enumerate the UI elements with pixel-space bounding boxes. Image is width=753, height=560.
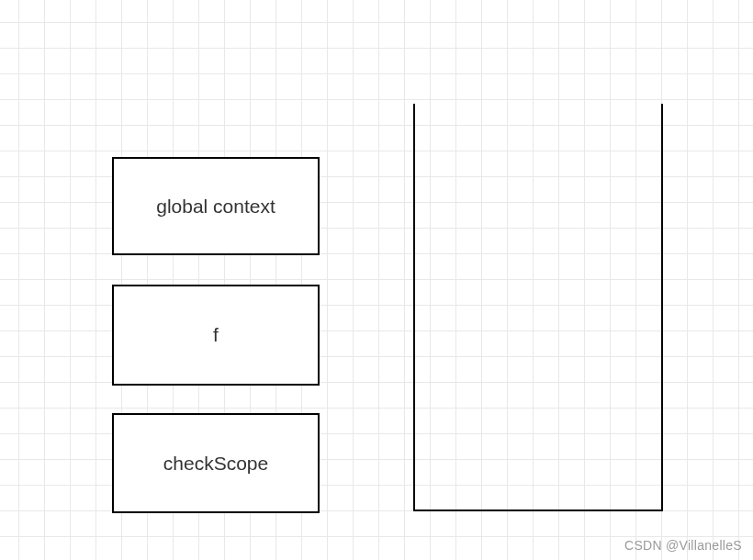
u-shape-container — [413, 104, 663, 511]
u-shape-right-line — [661, 104, 663, 511]
box-check-scope: checkScope — [112, 413, 320, 513]
box-global-context-label: global context — [156, 196, 275, 218]
box-f: f — [112, 285, 320, 386]
u-shape-left-line — [413, 104, 415, 511]
box-f-label: f — [213, 324, 219, 346]
watermark-text: CSDN @VillanelleS — [624, 538, 742, 553]
box-global-context: global context — [112, 157, 320, 255]
box-check-scope-label: checkScope — [163, 453, 268, 475]
u-shape-bottom-line — [413, 510, 663, 511]
